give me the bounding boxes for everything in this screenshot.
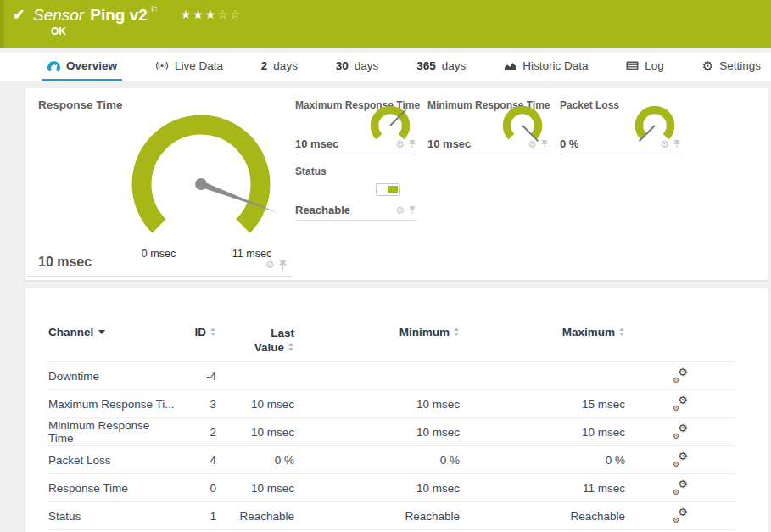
channel-id: 0 (176, 482, 216, 495)
channel-name[interactable]: Response Time (48, 482, 176, 495)
channel-settings-icon[interactable]: ⚙⚙ (673, 396, 688, 410)
tab-overview[interactable]: Overview (42, 53, 122, 81)
gear-icon[interactable]: ⚙ (395, 138, 405, 150)
panel-value: 0 % (560, 137, 578, 150)
channel-name[interactable]: Minimum Response Time (48, 419, 176, 445)
sensor-type-label: Sensor (33, 6, 84, 24)
status-toggle-indicator (376, 183, 400, 196)
channels-table: Channel ID LastValue Minimum Maximum Dow… (48, 319, 735, 530)
maximum-value: 10 msec (460, 426, 625, 439)
last-value: 0 % (216, 454, 294, 467)
tab-historic-data[interactable]: Historic Data (499, 53, 593, 81)
channel-name[interactable]: Downtime (48, 370, 176, 383)
sensor-name: Ping v2 (90, 6, 148, 24)
tab-bar: Overview Live Data 2 days 30 days 365 da… (0, 53, 771, 81)
last-value: 10 msec (216, 482, 294, 495)
column-header-minimum[interactable]: Minimum (294, 326, 460, 339)
overview-gauges-panel: Response Time 0 msec 11 msec 10 msec ⚙ M… (25, 88, 768, 280)
gauge-actions: ⚙ (265, 259, 287, 271)
table-row-packet-loss: Packet Loss 4 0 % 0 % 0 % ⚙⚙ (48, 446, 735, 474)
gear-icon[interactable]: ⚙ (265, 259, 275, 271)
gear-icon[interactable]: ⚙ (660, 138, 669, 150)
sort-icon (210, 328, 216, 336)
gauge-actions: ⚙ (660, 138, 680, 150)
channel-name[interactable]: Status (48, 510, 176, 523)
tab-settings[interactable]: ⚙ Settings (697, 53, 766, 81)
tab-log[interactable]: Log (621, 53, 669, 81)
column-header-channel[interactable]: Channel (48, 326, 176, 339)
maximum-value: 11 msec (460, 482, 625, 495)
last-value: 10 msec (216, 398, 294, 411)
channel-settings-icon[interactable]: ⚙⚙ (673, 424, 688, 438)
maximum-value: 0 % (460, 454, 625, 467)
channel-id: 4 (176, 454, 216, 467)
response-time-gauge (116, 99, 286, 269)
status-ok-check-icon: ✔ (13, 6, 25, 24)
status-panel: Status Reachable ⚙ (295, 161, 417, 221)
minimum-value: 10 msec (294, 482, 460, 495)
table-row-maximum-response-time: Maximum Response Ti... 3 10 msec 10 msec… (48, 390, 735, 418)
table-row-status: Status 1 Reachable Reachable Reachable ⚙… (48, 502, 735, 530)
panel-value: Reachable (295, 204, 350, 216)
minimum-response-time-panel: Minimum Response Time 10 msec ⚙ (427, 95, 550, 154)
pin-icon[interactable] (409, 206, 416, 215)
channel-settings-icon[interactable]: ⚙⚙ (673, 368, 688, 382)
pin-icon[interactable] (409, 140, 416, 148)
channel-id: 1 (176, 510, 216, 523)
gear-icon[interactable]: ⚙ (395, 204, 405, 216)
maximum-value: 15 msec (460, 398, 625, 411)
gauge-actions: ⚙ (528, 138, 548, 150)
channels-table-panel: Channel ID LastValue Minimum Maximum Dow… (25, 288, 768, 532)
table-header-row: Channel ID LastValue Minimum Maximum (48, 319, 735, 362)
gear-icon[interactable]: ⚙ (528, 138, 537, 150)
column-header-last-value[interactable]: LastValue (216, 326, 294, 355)
response-time-gauge-title: Response Time (38, 98, 123, 111)
sort-icon (619, 328, 625, 336)
channel-id: -4 (176, 370, 216, 383)
sensor-status-text: OK (51, 25, 66, 37)
panel-title: Status (295, 161, 417, 177)
log-icon (626, 61, 639, 70)
flag-icon[interactable]: ⚐ (150, 4, 159, 14)
gauge-min-label: 0 msec (125, 248, 193, 260)
minimum-value: 0 % (294, 454, 460, 467)
channel-id: 2 (176, 426, 216, 439)
tab-30-days[interactable]: 30 days (331, 53, 384, 81)
maximum-response-time-panel: Maximum Response Time 10 msec ⚙ (295, 95, 417, 154)
sort-icon (288, 343, 294, 351)
pin-icon[interactable] (673, 140, 680, 148)
channel-name[interactable]: Maximum Response Ti... (48, 398, 176, 411)
panel-value: 10 msec (295, 137, 338, 150)
gauge-max-label: 11 msec (218, 248, 286, 260)
maximum-value: Reachable (460, 510, 625, 523)
channel-settings-icon[interactable]: ⚙⚙ (673, 508, 688, 522)
tab-live-data[interactable]: Live Data (150, 53, 228, 81)
channel-settings-icon[interactable]: ⚙⚙ (673, 452, 688, 466)
status-toggle-on-block (388, 186, 398, 193)
minimum-value: 10 msec (294, 426, 460, 439)
response-time-value: 10 msec (38, 255, 92, 270)
live-data-icon (155, 60, 169, 71)
gauge-actions: ⚙ (395, 138, 416, 150)
sensor-title: SensorPing v2⚐★★★☆☆ (33, 4, 242, 25)
sort-icon (454, 328, 460, 336)
pin-icon[interactable] (541, 140, 548, 148)
gauge-icon (47, 60, 60, 72)
sorted-desc-icon (98, 330, 105, 334)
column-header-id[interactable]: ID (176, 326, 216, 339)
column-header-maximum[interactable]: Maximum (460, 326, 625, 339)
settings-icon: ⚙ (702, 59, 713, 74)
tab-2-days[interactable]: 2 days (256, 53, 303, 81)
channel-id: 3 (176, 398, 216, 411)
tab-365-days[interactable]: 365 days (411, 53, 471, 81)
table-row-downtime: Downtime -4 ⚙⚙ (48, 362, 735, 390)
historic-data-icon (504, 61, 517, 71)
last-value: Reachable (216, 510, 294, 523)
channel-settings-icon[interactable]: ⚙⚙ (673, 480, 688, 494)
pin-icon[interactable] (279, 260, 287, 270)
divider (27, 276, 293, 277)
table-row-response-time: Response Time 0 10 msec 10 msec 11 msec … (48, 474, 735, 502)
channel-name[interactable]: Packet Loss (48, 454, 176, 467)
last-value: 10 msec (216, 426, 294, 439)
priority-stars[interactable]: ★★★☆☆ (181, 8, 243, 21)
